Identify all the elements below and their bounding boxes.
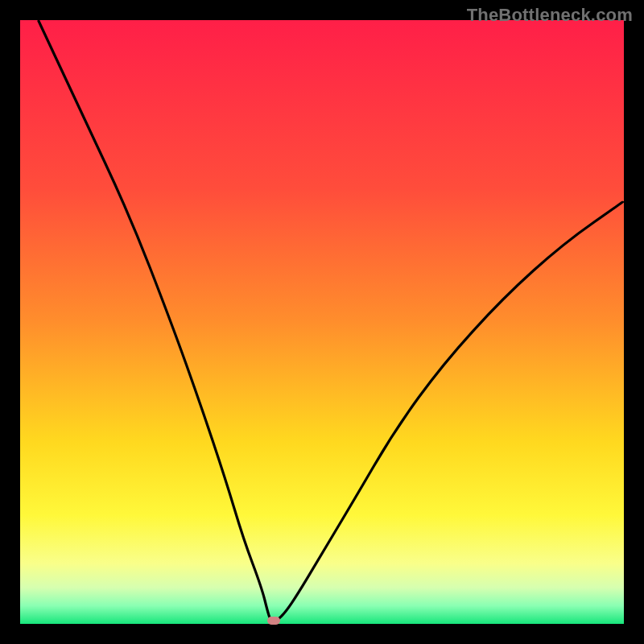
watermark: TheBottleneck.com xyxy=(467,5,633,26)
chart-frame: TheBottleneck.com xyxy=(0,0,644,644)
plot-area xyxy=(20,20,624,624)
bottleneck-curve xyxy=(20,20,624,624)
optimum-marker xyxy=(267,617,280,625)
